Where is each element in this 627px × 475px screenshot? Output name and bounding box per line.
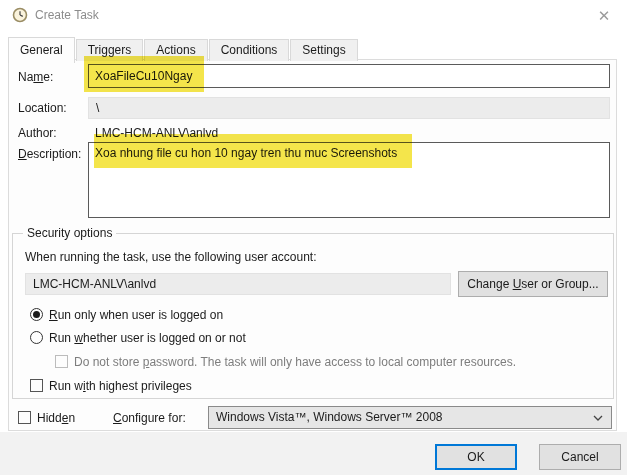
tab-triggers[interactable]: Triggers [76,39,144,61]
checkbox-hidden-label: Hidden [37,411,75,425]
checkbox-hidden[interactable] [18,411,31,424]
window-title: Create Task [35,8,99,22]
checkbox-run-highest-privileges-label: Run with highest privileges [49,379,192,393]
radio-run-only-logged-on-label: Run only when user is logged on [49,308,223,322]
author-value: LMC-HCM-ANLV\anlvd [95,126,218,140]
tab-actions[interactable]: Actions [144,39,207,61]
cancel-button[interactable]: Cancel [539,444,621,470]
checkbox-do-not-store-password [55,355,68,368]
radio-dot [33,311,40,318]
checkbox-do-not-store-password-label: Do not store password. The task will onl… [74,355,516,369]
titlebar: Create Task ✕ [0,0,627,30]
close-icon[interactable]: ✕ [593,5,615,27]
radio-run-whether-logged-on[interactable] [30,331,43,344]
configure-for-label: Configure for: [113,411,186,425]
tab-conditions[interactable]: Conditions [209,39,290,61]
description-label: Description: [18,147,81,161]
account-hint: When running the task, use the following… [25,250,317,264]
description-textarea[interactable]: Xoa nhung file cu hon 10 ngay tren thu m… [88,142,610,218]
configure-for-value: Windows Vista™, Windows Server™ 2008 [216,410,443,424]
tab-general[interactable]: General [8,37,75,63]
security-options-title: Security options [23,226,116,240]
chevron-down-icon [593,415,603,421]
create-task-dialog: Create Task ✕ General Triggers Actions C… [0,0,627,475]
change-user-button[interactable]: Change User or Group... [458,271,608,297]
account-value-field: LMC-HCM-ANLV\anlvd [25,273,451,295]
configure-for-select[interactable]: Windows Vista™, Windows Server™ 2008 [208,406,612,429]
tab-strip: General Triggers Actions Conditions Sett… [8,37,359,61]
checkbox-run-highest-privileges[interactable] [30,379,43,392]
radio-run-only-logged-on[interactable] [30,308,43,321]
name-input[interactable] [88,64,610,88]
name-label: Name: [18,70,53,84]
radio-run-whether-logged-on-label: Run whether user is logged on or not [49,331,246,345]
ok-button[interactable]: OK [435,444,517,470]
tab-settings[interactable]: Settings [290,39,357,61]
task-scheduler-clock-icon [12,7,28,23]
location-value-field: \ [88,97,610,119]
location-label: Location: [18,101,67,115]
footer-area [0,432,627,475]
author-label: Author: [18,126,57,140]
